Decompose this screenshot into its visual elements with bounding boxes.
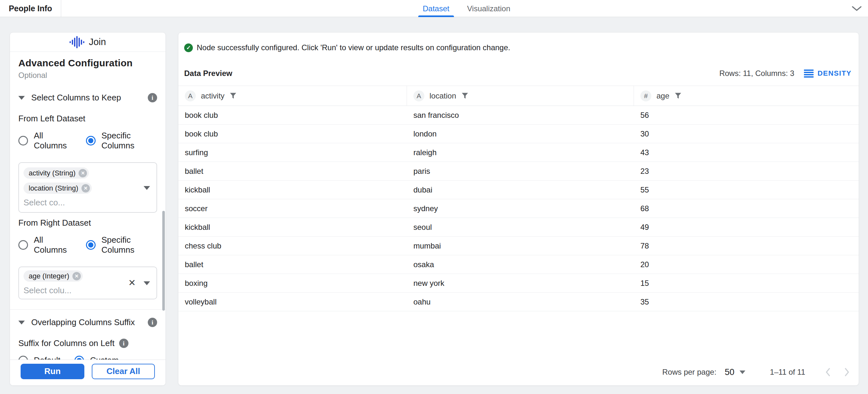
- from-right-radio-group: All Columns Specific Columns: [18, 235, 157, 255]
- string-type-badge: A: [185, 91, 196, 101]
- column-chip[interactable]: activity (String): [24, 167, 89, 179]
- radio-left-specific-columns[interactable]: Specific Columns: [86, 131, 157, 151]
- column-header-location: A location: [407, 86, 634, 106]
- table-cell: osaka: [407, 255, 634, 273]
- next-page-icon[interactable]: [844, 368, 850, 376]
- radio-label: Custom: [90, 355, 119, 360]
- density-icon: [804, 69, 814, 77]
- from-left-dataset-label: From Left Dataset: [18, 113, 157, 124]
- column-chip[interactable]: age (Integer): [24, 270, 83, 282]
- tab-visualization[interactable]: Visualization: [463, 0, 515, 17]
- number-type-badge: #: [640, 91, 651, 101]
- table-row: book clublondon30: [178, 125, 859, 143]
- table-cell: soccer: [178, 199, 407, 218]
- rows-per-page-caret-icon[interactable]: [740, 370, 745, 374]
- radio-label: All Columns: [34, 131, 72, 151]
- project-tab[interactable]: People Info: [0, 0, 61, 17]
- panel-scrollbar-thumb[interactable]: [162, 211, 165, 310]
- tab-dataset[interactable]: Dataset: [418, 0, 454, 17]
- radio-suffix-left-default[interactable]: Default: [18, 355, 60, 360]
- table-row: kickballseoul49: [178, 218, 859, 237]
- column-chip[interactable]: location (String): [24, 183, 92, 194]
- table-row: balletosaka20: [178, 255, 859, 274]
- table-cell: 23: [634, 162, 859, 180]
- filter-icon[interactable]: [675, 92, 682, 99]
- radio-circle-selected: [86, 136, 96, 145]
- section-select-columns: Select Columns to Keep: [18, 93, 157, 103]
- chip-remove-icon[interactable]: [82, 184, 90, 193]
- table-cell: 56: [634, 106, 859, 124]
- status-row: Node successfully configured. Click 'Run…: [184, 43, 853, 52]
- join-node-icon: [69, 36, 84, 48]
- radio-right-specific-columns[interactable]: Specific Columns: [86, 235, 157, 255]
- table-cell: kickball: [178, 180, 407, 199]
- table-body: book clubsan francisco56book clublondon3…: [178, 106, 859, 311]
- preview-header-row: Data Preview Rows: 11, Columns: 3 DENSIT…: [184, 69, 851, 78]
- table-cell: ballet: [178, 162, 407, 180]
- collapse-triangle-icon[interactable]: [18, 96, 25, 100]
- info-icon[interactable]: [119, 339, 128, 348]
- from-right-dataset-label: From Right Dataset: [18, 218, 157, 228]
- collapse-triangle-icon[interactable]: [18, 321, 25, 325]
- chevron-down-icon[interactable]: [851, 4, 862, 13]
- multiselect-placeholder: Select colu...: [24, 286, 71, 296]
- column-header-activity: A activity: [178, 86, 407, 106]
- project-tab-label: People Info: [9, 4, 52, 13]
- table-cell: san francisco: [407, 106, 634, 124]
- preview-title: Data Preview: [184, 69, 232, 78]
- table-cell: raleigh: [407, 143, 634, 162]
- table-row: soccersydney68: [178, 199, 859, 218]
- from-left-radio-group: All Columns Specific Columns: [18, 131, 157, 151]
- table-cell: 20: [634, 255, 859, 273]
- string-type-badge: A: [413, 91, 424, 101]
- radio-circle: [18, 240, 28, 250]
- filter-icon[interactable]: [461, 92, 468, 99]
- info-icon[interactable]: [148, 318, 157, 327]
- radio-suffix-left-custom[interactable]: Custom: [74, 355, 119, 360]
- column-name: activity: [201, 91, 224, 100]
- config-footer: Run Clear All: [10, 360, 165, 385]
- right-columns-multiselect[interactable]: age (Integer) Select colu...: [18, 266, 157, 299]
- previous-page-icon[interactable]: [825, 368, 830, 376]
- chip-remove-icon[interactable]: [72, 272, 81, 281]
- density-label: DENSITY: [817, 69, 851, 77]
- column-name: age: [656, 91, 669, 100]
- left-columns-multiselect[interactable]: activity (String) location (String) Sele…: [18, 162, 157, 213]
- filter-icon[interactable]: [229, 92, 237, 99]
- radio-circle-selected: [86, 240, 96, 250]
- section-divider: [10, 309, 165, 310]
- chip-label: location (String): [29, 184, 78, 193]
- suffix-left-radio-group: Default Custom: [18, 355, 157, 360]
- radio-label: Specific Columns: [101, 235, 157, 255]
- table-cell: 68: [634, 199, 859, 218]
- table-row: kickballdubai55: [178, 180, 859, 199]
- suffix-left-label-row: Suffix for Columns on Left: [18, 338, 157, 348]
- chip-remove-icon[interactable]: [79, 169, 87, 177]
- clear-all-button[interactable]: Clear All: [92, 364, 155, 379]
- table-cell: london: [407, 125, 634, 143]
- table-cell: kickball: [178, 218, 407, 236]
- table-cell: chess club: [178, 237, 407, 255]
- table-row: volleyballoahu35: [178, 293, 859, 311]
- radio-circle: [18, 136, 28, 145]
- table-cell: sydney: [407, 199, 634, 218]
- dropdown-caret-icon[interactable]: [144, 281, 150, 285]
- page-range-label: 1–11 of 11: [770, 368, 805, 376]
- density-toggle[interactable]: DENSITY: [804, 69, 851, 77]
- run-button[interactable]: Run: [21, 364, 84, 379]
- config-panel: Join Advanced Configuration Optional Sel…: [10, 32, 166, 386]
- clear-all-button-label: Clear All: [106, 366, 141, 376]
- preview-controls: Rows: 11, Columns: 3 DENSITY: [719, 69, 851, 78]
- results-panel: Node successfully configured. Click 'Run…: [178, 32, 859, 386]
- node-title: Join: [89, 37, 106, 47]
- radio-right-all-columns[interactable]: All Columns: [18, 235, 72, 255]
- table-cell: 78: [634, 237, 859, 255]
- radio-left-all-columns[interactable]: All Columns: [18, 131, 72, 151]
- pagination-bar: Rows per page: 50 1–11 of 11: [178, 362, 859, 385]
- clear-selection-icon[interactable]: [127, 278, 136, 288]
- table-cell: 55: [634, 180, 859, 199]
- rows-per-page-value[interactable]: 50: [725, 367, 734, 377]
- dropdown-caret-icon[interactable]: [144, 186, 150, 190]
- table-cell: 15: [634, 274, 859, 292]
- info-icon[interactable]: [148, 93, 157, 102]
